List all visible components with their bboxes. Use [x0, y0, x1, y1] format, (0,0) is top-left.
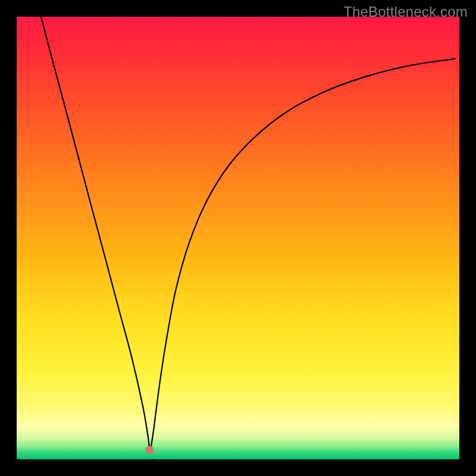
- gradient-background: [17, 17, 459, 459]
- watermark-text: TheBottleneck.com: [343, 4, 468, 20]
- minimum-marker-dot: [146, 446, 154, 454]
- chart-svg: [17, 17, 459, 459]
- chart-plot-area: [17, 17, 459, 459]
